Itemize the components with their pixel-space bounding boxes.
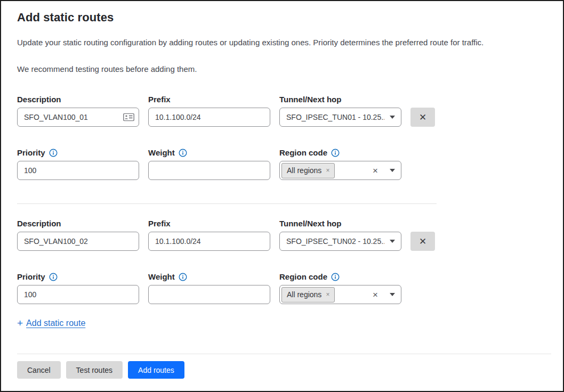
description-label: Description (17, 95, 139, 104)
route-group-2: Description Prefix Tunnel/Next hop SFO_I… (17, 219, 551, 304)
info-icon[interactable] (179, 273, 187, 281)
tag-remove-icon[interactable]: × (326, 291, 329, 298)
autofill-contact-icon[interactable] (123, 113, 134, 121)
weight-input[interactable] (148, 285, 270, 304)
chevron-down-icon (390, 240, 395, 243)
chevron-down-icon (390, 116, 395, 119)
page-title: Add static routes (17, 10, 551, 26)
clear-selection-icon[interactable]: × (373, 166, 378, 175)
chevron-down-icon (390, 293, 395, 296)
prefix-label: Prefix (148, 219, 270, 228)
intro-text: Update your static routing configuration… (17, 37, 551, 48)
priority-label: Priority (17, 148, 139, 157)
weight-label: Weight (148, 272, 270, 281)
recommendation-text: We recommend testing routes before addin… (17, 64, 551, 75)
region-multiselect[interactable]: All regions × × (279, 161, 401, 180)
info-icon[interactable] (179, 149, 187, 157)
weight-label: Weight (148, 148, 270, 157)
tunnel-select[interactable]: SFO_IPSEC_TUN02 - 10.25... (279, 232, 401, 251)
region-tag-label: All regions (287, 290, 321, 299)
cancel-button[interactable]: Cancel (17, 361, 61, 379)
clear-selection-icon[interactable]: × (373, 290, 378, 299)
remove-route-button[interactable]: ✕ (410, 108, 435, 127)
info-icon[interactable] (49, 149, 58, 157)
plus-icon: + (17, 318, 23, 328)
description-input[interactable] (17, 108, 139, 127)
tunnel-label: Tunnel/Next hop (279, 219, 401, 228)
priority-label: Priority (17, 272, 139, 281)
info-icon[interactable] (331, 273, 340, 281)
add-static-route-link[interactable]: + Add static route (17, 318, 85, 328)
priority-input[interactable] (17, 161, 139, 180)
region-tag: All regions × (281, 287, 335, 303)
close-icon: ✕ (419, 112, 426, 123)
tunnel-select[interactable]: SFO_IPSEC_TUN01 - 10.25... (279, 108, 401, 127)
region-tag-label: All regions (287, 166, 321, 175)
prefix-label: Prefix (148, 95, 270, 104)
route-group-1: Description Prefix Tunnel/Next hop (17, 95, 551, 180)
test-routes-button[interactable]: Test routes (66, 361, 123, 379)
tunnel-selected-value: SFO_IPSEC_TUN02 - 10.25... (286, 237, 384, 246)
add-static-route-label: Add static route (26, 318, 85, 328)
tunnel-selected-value: SFO_IPSEC_TUN01 - 10.25... (286, 113, 384, 121)
region-label: Region code (279, 148, 401, 157)
description-input[interactable] (17, 232, 139, 251)
region-multiselect[interactable]: All regions × × (279, 285, 401, 304)
add-static-routes-dialog: { "dialog": { "title": "Add static route… (0, 0, 564, 392)
remove-route-button[interactable]: ✕ (410, 232, 435, 251)
section-divider (17, 203, 437, 204)
info-icon[interactable] (49, 273, 58, 281)
close-icon: ✕ (419, 236, 426, 247)
description-label: Description (17, 219, 139, 228)
weight-input[interactable] (148, 161, 270, 180)
region-label: Region code (279, 272, 401, 281)
add-routes-button[interactable]: Add routes (128, 361, 184, 379)
tag-remove-icon[interactable]: × (326, 167, 329, 174)
region-tag: All regions × (281, 163, 335, 178)
dialog-footer: Cancel Test routes Add routes (17, 354, 551, 379)
tunnel-label: Tunnel/Next hop (279, 95, 401, 104)
info-icon[interactable] (331, 149, 340, 157)
priority-input[interactable] (17, 285, 139, 304)
prefix-input[interactable] (148, 108, 270, 127)
prefix-input[interactable] (148, 232, 270, 251)
chevron-down-icon (390, 169, 395, 172)
